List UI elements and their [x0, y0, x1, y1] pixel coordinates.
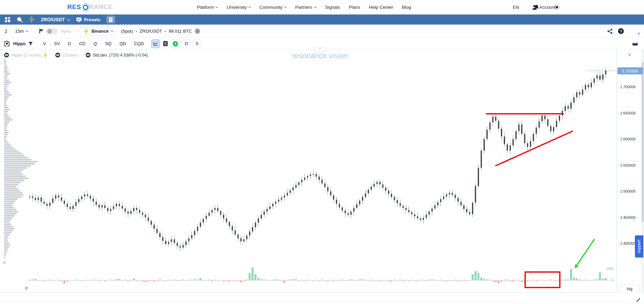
nav-item-community[interactable]: Community: [260, 5, 286, 10]
eye-icon: [86, 53, 91, 58]
dot-separator: [136, 31, 137, 32]
add-indicator-button[interactable]: +: [171, 39, 180, 48]
indicator-mode-d[interactable]: D: [68, 41, 71, 46]
top-nav: RES NANCE PlatformUniversityCommunityPar…: [0, 0, 644, 15]
divider: [11, 28, 11, 35]
bottom-strip: [0, 300, 644, 304]
logo-ring-icon: [81, 3, 89, 11]
nav-item-help-center[interactable]: Help Center: [369, 5, 393, 10]
gear-icon[interactable]: [4, 41, 10, 46]
indicator-mode-cd[interactable]: CD: [79, 41, 86, 46]
nav-item-university[interactable]: University: [227, 5, 250, 10]
legend-label: Hippo (Z-score): [11, 53, 41, 58]
notes-button[interactable]: [106, 15, 115, 24]
price-axis-border: [617, 49, 617, 292]
indicator-name: Hippo: [13, 41, 26, 46]
price-tick-label: 1.700000: [620, 85, 636, 89]
chart-type-button[interactable]: [151, 39, 160, 48]
green-arrow: [575, 239, 595, 268]
nav-item-label: Help Center: [369, 5, 393, 10]
nav-items: PlatformUniversityCommunityPartnersSigna…: [197, 0, 411, 14]
indicator-mode-q[interactable]: Q: [94, 41, 97, 46]
account-menu[interactable]: Account: [532, 0, 556, 14]
nav-item-label: Blog: [402, 5, 411, 10]
nav-item-signals[interactable]: Signals: [325, 5, 340, 10]
indicator-mode-sv[interactable]: SV: [54, 41, 60, 46]
chevron-down-icon: [314, 5, 317, 8]
eye-icon: [4, 53, 9, 58]
presets-label: Presets: [84, 17, 101, 22]
divider: [76, 28, 76, 35]
watermark: resonance.vision: [292, 52, 348, 60]
price-tick-label: 1.600000: [620, 137, 636, 141]
drawing-annotations: [486, 114, 595, 288]
rows-list-icon[interactable]: [163, 41, 168, 46]
ruler-icon[interactable]: [632, 42, 638, 46]
dot-separator: [165, 31, 166, 32]
presets-monitor-icon: [76, 17, 82, 22]
volume-bars: [27, 267, 616, 283]
indicator-mode-v[interactable]: V: [43, 41, 46, 46]
nav-item-blog[interactable]: Blog: [402, 5, 411, 10]
symbol-selector[interactable]: ZRO/USDT: [41, 17, 70, 22]
resonance-logo[interactable]: RES NANCE: [67, 3, 113, 11]
chevron-down-icon: [111, 29, 113, 32]
nav-item-partners[interactable]: Partners: [295, 5, 316, 10]
exchange-label: Binance: [92, 29, 109, 34]
volume-profile-label: V: [3, 261, 6, 265]
price-tick-label: 1.550000: [620, 163, 636, 167]
indicator-mode-cqd[interactable]: CQD: [134, 41, 144, 46]
panel-count[interactable]: 2: [5, 29, 7, 34]
price-axis-v-label: V: [628, 53, 631, 57]
account-label: Account: [539, 5, 556, 10]
legend-label: Clusters: [63, 53, 78, 58]
nav-item-label: University: [227, 5, 246, 10]
price-tick-label: 1.400000: [620, 241, 636, 245]
help-icon[interactable]: ?: [618, 28, 624, 34]
price-tick-label: 1.450000: [620, 215, 636, 219]
collapse-panel-button[interactable]: ^: [314, 47, 326, 53]
support-button[interactable]: support: [635, 235, 643, 258]
language-switcher[interactable]: EN: [513, 5, 519, 10]
filter-funnel-icon[interactable]: [28, 41, 33, 46]
sync-toggle[interactable]: [46, 28, 58, 34]
candlestick-series: [29, 68, 606, 251]
chevron-down-icon: [26, 29, 28, 32]
logo-text-nance: NANCE: [89, 3, 113, 11]
user-icon: [532, 5, 537, 10]
indicator-mode-qd[interactable]: QD: [120, 41, 126, 46]
exchange-selector[interactable]: Binance: [80, 27, 117, 36]
trading-terminal: RES NANCE PlatformUniversityCommunityPar…: [0, 0, 644, 304]
legend-item-hippo[interactable]: Hippo (Z-score): [4, 53, 48, 58]
legend-item-clusters[interactable]: Clusters: [55, 53, 78, 58]
panel-button-d[interactable]: D: [182, 39, 191, 48]
log-scale-button[interactable]: log: [619, 284, 640, 293]
nav-item-label: Signals: [325, 5, 340, 10]
panel-buttons: DS: [181, 39, 202, 48]
search-icon[interactable]: [16, 16, 23, 23]
nav-item-label: Platform: [197, 5, 214, 10]
nav-item-plans[interactable]: Plans: [349, 5, 360, 10]
nav-item-label: Plans: [349, 5, 360, 10]
dashboard-grid-icon[interactable]: [5, 17, 10, 23]
interval-selector[interactable]: 15m: [15, 29, 28, 34]
eye-icon: [55, 53, 60, 58]
presets-button[interactable]: Presets: [76, 17, 101, 22]
resize-handle-icon[interactable]: [636, 298, 640, 302]
sync-label: Sync.: [61, 29, 72, 34]
plus-icon: +: [173, 41, 178, 46]
price-chart[interactable]: [0, 49, 644, 292]
share-icon[interactable]: [607, 29, 613, 34]
panel-button-s[interactable]: S: [193, 39, 201, 48]
binance-logo-icon: [83, 29, 89, 34]
time-axis[interactable]: 3:00 AM6:00 AM9:00 AM12:00 PM3:00 PM6:00…: [0, 292, 644, 300]
interval-label: 15m: [15, 29, 24, 34]
nav-item-platform[interactable]: Platform: [197, 5, 218, 10]
divider: [32, 28, 32, 35]
flag-icon[interactable]: [39, 29, 43, 34]
chart-legend: Hippo (Z-score) Clusters Std.dev. (720) …: [4, 53, 148, 58]
indicator-mode-sq[interactable]: SQ: [105, 41, 111, 46]
scrollbar-thumb[interactable]: [642, 62, 644, 222]
legend-item-stddev[interactable]: Std.dev. (720) 4.538% (-0.04): [86, 53, 148, 58]
toggle-knob: [47, 29, 52, 34]
